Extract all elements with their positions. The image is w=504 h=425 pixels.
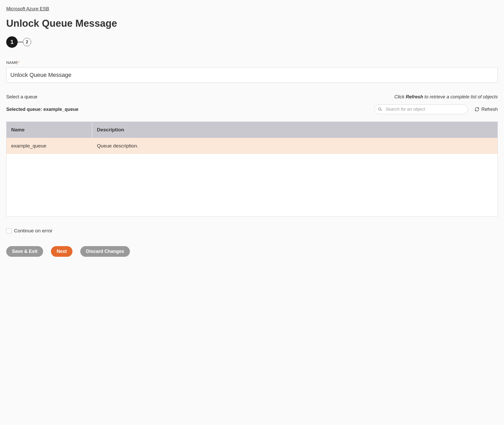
refresh-hint: Click Refresh to retrieve a complete lis… bbox=[394, 94, 498, 100]
th-name[interactable]: Name bbox=[6, 122, 92, 138]
discard-changes-button[interactable]: Discard Changes bbox=[80, 246, 130, 257]
page-title: Unlock Queue Message bbox=[6, 18, 498, 29]
name-label: NAME* bbox=[6, 60, 498, 65]
breadcrumb-link[interactable]: Microsoft Azure ESB bbox=[6, 6, 49, 12]
table-empty-area bbox=[6, 154, 498, 216]
continue-on-error-checkbox[interactable] bbox=[6, 228, 11, 233]
select-queue-label: Select a queue bbox=[6, 94, 37, 100]
next-button[interactable]: Next bbox=[51, 246, 72, 257]
refresh-icon bbox=[475, 107, 479, 112]
step-1[interactable]: 1 bbox=[6, 36, 18, 48]
refresh-label: Refresh bbox=[481, 107, 498, 112]
td-name: example_queue bbox=[6, 138, 92, 154]
th-description[interactable]: Description bbox=[92, 122, 498, 138]
refresh-button[interactable]: Refresh bbox=[475, 107, 498, 112]
required-asterisk: * bbox=[18, 60, 19, 65]
search-wrap bbox=[374, 104, 468, 114]
step-2[interactable]: 2 bbox=[23, 38, 31, 46]
selected-queue-label: Selected queue: example_queue bbox=[6, 107, 78, 112]
name-input[interactable] bbox=[6, 67, 498, 83]
search-icon bbox=[378, 107, 382, 111]
td-description: Queue description. bbox=[92, 138, 498, 154]
search-input[interactable] bbox=[374, 104, 468, 114]
svg-point-0 bbox=[379, 108, 381, 110]
save-exit-button[interactable]: Save & Exit bbox=[6, 246, 43, 257]
stepper: 1 2 bbox=[6, 36, 498, 48]
continue-on-error-label: Continue on error bbox=[14, 228, 52, 234]
queue-table: Name Description example_queue Queue des… bbox=[6, 122, 498, 217]
table-row[interactable]: example_queue Queue description. bbox=[6, 138, 498, 154]
svg-line-1 bbox=[381, 110, 382, 111]
table-header: Name Description bbox=[6, 122, 498, 138]
step-connector bbox=[18, 42, 23, 42]
